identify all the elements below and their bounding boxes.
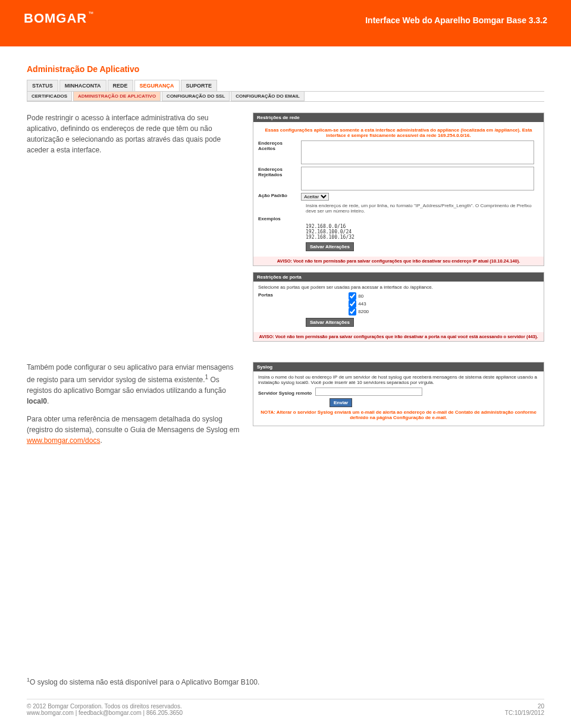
copyright: © 2012 Bomgar Corporation. Todos os dire… bbox=[27, 703, 183, 710]
syslog-panel: Syslog Insira o nome do host ou endereço… bbox=[253, 362, 544, 426]
syslog-para1: Também pode configurar o seu aplicativo … bbox=[27, 363, 234, 384]
port-8200-label: 8200 bbox=[358, 309, 369, 314]
footnote: 1O syslog do sistema não está disponível… bbox=[27, 677, 544, 686]
footnote-text: O syslog do sistema não está disponível … bbox=[30, 678, 259, 686]
examples-label: Exemplos bbox=[258, 216, 300, 221]
port-80-checkbox[interactable] bbox=[349, 292, 356, 300]
subtab-certificados[interactable]: CERTIFICADOS bbox=[27, 92, 72, 101]
network-restrictions-panel: Restrições de rede Essas configurações a… bbox=[253, 113, 544, 266]
syslog-server-input[interactable] bbox=[315, 388, 422, 396]
page-footer: © 2012 Bomgar Corporation. Todos os dire… bbox=[27, 699, 544, 716]
contact: www.bomgar.com | feedback@bomgar.com | 8… bbox=[27, 710, 183, 716]
syslog-send-button[interactable]: Enviar bbox=[330, 398, 352, 407]
trademark-icon: ™ bbox=[88, 11, 94, 17]
port-panel-header: Restrições de porta bbox=[253, 273, 544, 282]
port-desc: Selecione as portas que podem ser usadas… bbox=[258, 285, 539, 290]
save-ports-button[interactable]: Salvar Alterações bbox=[306, 318, 354, 327]
syslog-para2: Para obter uma referência de mensagem de… bbox=[27, 415, 240, 434]
tabs-primary: STATUS MINHACONTA REDE SEGURANÇA SUPORTE bbox=[27, 80, 544, 92]
tab-status[interactable]: STATUS bbox=[27, 80, 58, 91]
network-panel-note: Essas configurações aplicam-se somente a… bbox=[258, 127, 539, 138]
default-action-label: Ação Padrão bbox=[258, 193, 300, 198]
network-warning: AVISO: Você não tem permissão para salva… bbox=[253, 257, 544, 265]
footer-tc: TC:10/19/2012 bbox=[505, 710, 544, 716]
examples-text: 192.168.0.0/16 192.168.100.0/24 192.168.… bbox=[306, 224, 539, 240]
accepted-label: Endereços Aceitos bbox=[258, 140, 300, 151]
syslog-desc: Insira o nome do host ou endereço IP de … bbox=[258, 374, 539, 385]
tab-suporte[interactable]: SUPORTE bbox=[181, 80, 218, 91]
network-panel-header: Restrições de rede bbox=[253, 113, 544, 122]
port-warning: AVISO: Você não tem permissão para salva… bbox=[253, 332, 544, 341]
port-restrictions-panel: Restrições de porta Selecione as portas … bbox=[253, 272, 544, 342]
port-443-label: 443 bbox=[358, 301, 366, 307]
rejected-addresses-input[interactable] bbox=[301, 167, 534, 190]
syslog-local0: local0 bbox=[27, 397, 47, 405]
subtab-admin-app[interactable]: ADMINISTRAÇÃO DE APLICATIVO bbox=[73, 92, 161, 101]
page-title: Interface Web do Aparelho Bomgar Base 3.… bbox=[365, 15, 547, 25]
tab-minhaconta[interactable]: MINHACONTA bbox=[59, 80, 106, 91]
logo-text: BOMGAR bbox=[24, 11, 87, 26]
header: BOMGAR ™ Interface Web do Aparelho Bomga… bbox=[0, 0, 571, 46]
accepted-addresses-input[interactable] bbox=[301, 140, 534, 164]
tab-rede[interactable]: REDE bbox=[108, 80, 133, 91]
port-80-label: 80 bbox=[358, 293, 363, 299]
address-hint: Insira endereços de rede, um por linha, … bbox=[306, 203, 539, 214]
syslog-note: NOTA: Alterar o servidor Syslog enviará … bbox=[258, 410, 539, 420]
syslog-panel-header: Syslog bbox=[253, 363, 544, 371]
ports-label: Portas bbox=[258, 292, 300, 298]
page-number: 20 bbox=[505, 703, 544, 710]
rejected-label: Endereços Rejeitados bbox=[258, 167, 300, 177]
port-8200-checkbox[interactable] bbox=[349, 308, 356, 315]
intro-paragraph: Pode restringir o acesso à interface adm… bbox=[27, 113, 241, 348]
logo: BOMGAR ™ bbox=[24, 11, 94, 26]
port-443-checkbox[interactable] bbox=[349, 300, 356, 308]
subtab-ssl[interactable]: CONFIGURAÇÃO DO SSL bbox=[162, 92, 230, 101]
subtab-email[interactable]: CONFIGURAÇÃO DO EMAIL bbox=[231, 92, 305, 101]
default-action-select[interactable]: Aceitar bbox=[301, 193, 329, 201]
section-heading: Administração De Aplicativo bbox=[27, 64, 544, 74]
tab-seguranca[interactable]: SEGURANÇA bbox=[134, 80, 180, 91]
tabs-secondary: CERTIFICADOS ADMINISTRAÇÃO DE APLICATIVO… bbox=[27, 92, 544, 102]
syslog-server-label: Servidor Syslog remoto bbox=[258, 390, 312, 396]
save-network-button[interactable]: Salvar Alterações bbox=[306, 242, 354, 251]
docs-link[interactable]: www.bomgar.com/docs bbox=[27, 436, 100, 445]
